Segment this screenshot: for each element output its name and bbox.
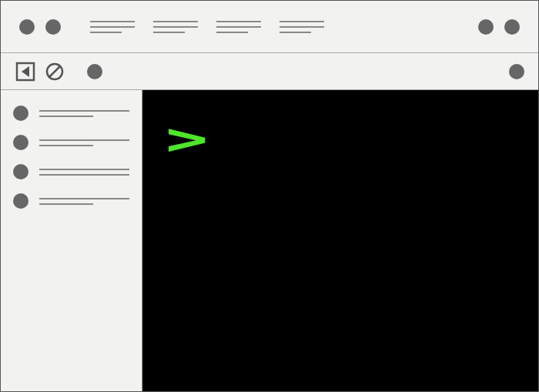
svg-line-3 bbox=[49, 66, 60, 77]
sidebar-item[interactable] bbox=[13, 193, 129, 209]
block-icon[interactable] bbox=[44, 61, 65, 82]
window-controls bbox=[19, 19, 61, 35]
tab-bar-actions bbox=[478, 19, 520, 35]
main-area: > bbox=[1, 90, 538, 391]
terminal-panel[interactable]: > bbox=[142, 90, 538, 391]
tabs bbox=[90, 21, 467, 33]
toolbar-dot[interactable] bbox=[87, 64, 102, 79]
svg-marker-1 bbox=[22, 66, 29, 77]
panel-toggle-icon[interactable] bbox=[15, 61, 36, 82]
tab[interactable] bbox=[90, 21, 135, 33]
tab-bar bbox=[1, 1, 538, 53]
tab[interactable] bbox=[280, 21, 324, 33]
terminal-prompt: > bbox=[166, 118, 208, 161]
bullet-icon bbox=[13, 193, 28, 209]
sidebar-item[interactable] bbox=[13, 135, 129, 150]
bullet-icon bbox=[13, 164, 28, 179]
tab[interactable] bbox=[153, 21, 198, 33]
action-dot[interactable] bbox=[478, 19, 494, 35]
window-control-dot[interactable] bbox=[19, 19, 35, 35]
toolbar-dot-right[interactable] bbox=[509, 64, 524, 79]
tab[interactable] bbox=[216, 21, 261, 33]
sidebar bbox=[1, 90, 142, 391]
action-dot[interactable] bbox=[504, 19, 520, 35]
bullet-icon bbox=[13, 106, 28, 121]
bullet-icon bbox=[13, 135, 28, 150]
toolbar bbox=[1, 53, 538, 90]
window-control-dot[interactable] bbox=[45, 19, 61, 35]
sidebar-item[interactable] bbox=[13, 164, 129, 179]
sidebar-item[interactable] bbox=[13, 106, 129, 121]
